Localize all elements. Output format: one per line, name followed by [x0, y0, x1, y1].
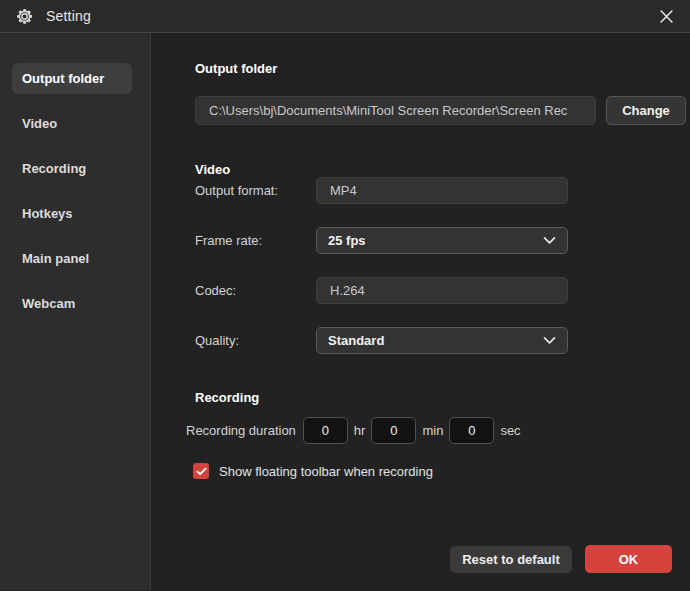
- reset-to-default-button[interactable]: Reset to default: [450, 546, 572, 573]
- hours-unit-label: hr: [354, 423, 366, 438]
- sidebar-item-output-folder[interactable]: Output folder: [12, 63, 132, 94]
- frame-rate-dropdown[interactable]: 25 fps: [316, 227, 568, 254]
- duration-seconds-input[interactable]: [449, 417, 494, 444]
- output-format-input[interactable]: [316, 177, 568, 204]
- floating-toolbar-checkbox-row[interactable]: Show floating toolbar when recording: [193, 463, 690, 479]
- seconds-unit-label: sec: [500, 423, 520, 438]
- titlebar: Setting: [0, 0, 690, 33]
- frame-rate-value: 25 fps: [328, 233, 543, 248]
- recording-duration-label: Recording duration: [186, 423, 296, 438]
- output-folder-heading: Output folder: [195, 61, 690, 76]
- sidebar: Output folder Video Recording Hotkeys Ma…: [0, 33, 151, 590]
- sidebar-item-main-panel[interactable]: Main panel: [12, 243, 132, 274]
- change-button[interactable]: Change: [606, 96, 686, 125]
- quality-dropdown[interactable]: Standard: [316, 327, 568, 354]
- output-path-input[interactable]: [195, 96, 596, 125]
- close-icon: [660, 10, 673, 23]
- quality-value: Standard: [328, 333, 543, 348]
- quality-row: Quality: Standard: [195, 327, 690, 354]
- frame-rate-row: Frame rate: 25 fps: [195, 227, 690, 254]
- recording-duration-row: Recording duration hr min sec: [186, 417, 690, 444]
- footer-actions: Reset to default OK: [450, 545, 672, 573]
- sidebar-item-recording[interactable]: Recording: [12, 153, 132, 184]
- sidebar-item-video[interactable]: Video: [12, 108, 132, 139]
- chevron-down-icon: [543, 336, 556, 345]
- video-heading: Video: [195, 162, 690, 177]
- chevron-down-icon: [543, 236, 556, 245]
- gear-icon: [16, 8, 33, 25]
- ok-button[interactable]: OK: [585, 545, 672, 573]
- output-folder-row: Change: [195, 96, 690, 125]
- close-button[interactable]: [652, 3, 680, 29]
- window-title: Setting: [46, 8, 91, 24]
- output-format-row: Output format:: [195, 177, 690, 204]
- codec-label: Codec:: [195, 283, 316, 298]
- codec-row: Codec:: [195, 277, 690, 304]
- quality-label: Quality:: [195, 333, 316, 348]
- main-panel: Output folder Change Video Output format…: [151, 33, 690, 590]
- floating-toolbar-checkbox-label: Show floating toolbar when recording: [219, 464, 433, 479]
- settings-window: Setting Output folder Video Recording Ho…: [0, 0, 690, 591]
- recording-heading: Recording: [195, 390, 690, 405]
- sidebar-item-hotkeys[interactable]: Hotkeys: [12, 198, 132, 229]
- duration-minutes-input[interactable]: [371, 417, 416, 444]
- checkbox-checked-icon[interactable]: [193, 463, 209, 479]
- output-format-label: Output format:: [195, 183, 316, 198]
- sidebar-item-webcam[interactable]: Webcam: [12, 288, 132, 319]
- frame-rate-label: Frame rate:: [195, 233, 316, 248]
- minutes-unit-label: min: [422, 423, 443, 438]
- window-body: Output folder Video Recording Hotkeys Ma…: [0, 33, 690, 590]
- duration-hours-input[interactable]: [303, 417, 348, 444]
- codec-input[interactable]: [316, 277, 568, 304]
